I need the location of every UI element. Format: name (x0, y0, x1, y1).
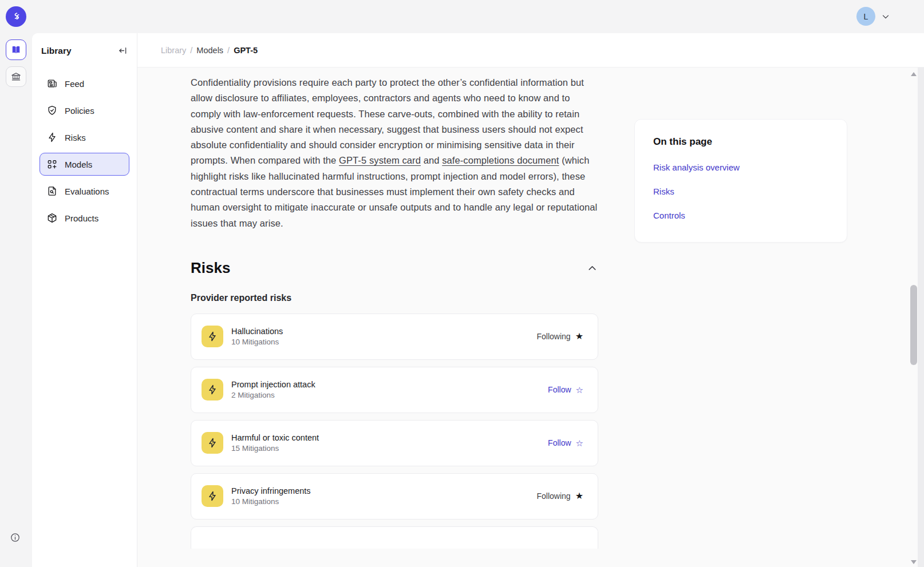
rail-library-button[interactable] (6, 39, 26, 60)
risk-icon-box (202, 379, 223, 401)
follow-toggle[interactable]: Following ★ (537, 491, 583, 501)
bank-icon (10, 71, 22, 82)
chevron-down-icon (880, 11, 891, 22)
risk-mitigations: 10 Mitigations (231, 338, 283, 346)
risk-title: Hallucinations (231, 327, 283, 336)
breadcrumb-separator: / (227, 46, 230, 55)
topbar: L (0, 0, 924, 33)
sidebar-item-risks[interactable]: Risks (40, 126, 129, 149)
page-content: Confidentiality provisions require each … (137, 68, 924, 567)
sidebar: Library Feed (32, 33, 137, 567)
star-icon[interactable]: ☆ (576, 386, 583, 394)
risk-title: Harmful or toxic content (231, 433, 319, 442)
follow-toggle[interactable]: Following ★ (537, 332, 583, 341)
gpt5-system-card-link[interactable]: GPT-5 system card (339, 155, 421, 165)
risk-card-harmful-content[interactable]: Harmful or toxic content 15 Mitigations … (191, 420, 598, 466)
book-icon (10, 44, 22, 55)
scroll-down-arrow[interactable] (911, 560, 917, 564)
risk-card-prompt-injection[interactable]: Prompt injection attack 2 Mitigations Fo… (191, 367, 598, 413)
star-icon[interactable]: ☆ (576, 439, 583, 447)
icon-rail (0, 33, 32, 567)
follow-label: Following (537, 332, 571, 341)
toc-link-controls[interactable]: Controls (653, 211, 828, 220)
follow-label: Follow (548, 438, 571, 447)
sidebar-title: Library (41, 46, 72, 56)
sidebar-item-label: Products (65, 213, 98, 223)
star-icon[interactable]: ★ (575, 332, 583, 341)
shield-check-icon (46, 105, 58, 116)
risk-title: Privacy infringements (231, 486, 311, 495)
sidebar-item-label: Feed (65, 79, 84, 89)
sidebar-item-label: Policies (65, 106, 94, 116)
sidebar-item-label: Evaluations (65, 187, 109, 196)
risk-mitigations: 10 Mitigations (231, 497, 311, 506)
lightning-icon (207, 384, 218, 395)
article: Confidentiality provisions require each … (191, 75, 598, 549)
toc-link-risks[interactable]: Risks (653, 187, 828, 196)
collapse-section-button[interactable] (586, 262, 598, 274)
toc-link-risk-analysis-overview[interactable]: Risk analysis overview (653, 162, 828, 172)
scroll-up-arrow[interactable] (911, 72, 917, 76)
sidebar-item-policies[interactable]: Policies (40, 99, 129, 122)
star-icon[interactable]: ★ (575, 491, 583, 501)
sidebar-collapse-button[interactable] (117, 45, 128, 56)
brand-logo-icon (10, 10, 22, 23)
sidebar-item-label: Risks (65, 133, 86, 142)
on-this-page-panel: On this page Risk analysis overview Risk… (634, 119, 847, 243)
breadcrumb-separator: / (190, 46, 192, 55)
follow-label: Following (537, 491, 571, 501)
sidebar-nav: Feed Policies Risks (32, 72, 137, 229)
paragraph-text: Confidentiality provisions require each … (191, 77, 584, 165)
info-button[interactable] (10, 532, 21, 543)
lightning-icon (207, 490, 218, 502)
follow-toggle[interactable]: Follow ☆ (548, 438, 583, 447)
scrollbar-thumb[interactable] (910, 285, 917, 365)
follow-toggle[interactable]: Follow ☆ (548, 385, 583, 394)
breadcrumb-current: GPT-5 (234, 46, 258, 55)
risk-mitigations: 15 Mitigations (231, 444, 319, 453)
main-area: Library / Models / GPT-5 Confidentiality… (137, 33, 924, 567)
grid-plus-icon (46, 158, 58, 170)
risk-mitigations: 2 Mitigations (231, 391, 315, 399)
sidebar-item-models[interactable]: Models (40, 153, 129, 176)
lightning-icon (207, 437, 218, 449)
user-menu[interactable]: L (856, 7, 891, 26)
breadcrumb: Library / Models / GPT-5 (161, 46, 258, 55)
avatar[interactable]: L (856, 7, 875, 26)
provider-reported-risks-title: Provider reported risks (191, 293, 598, 303)
risk-card-partial[interactable] (191, 526, 598, 549)
lightning-icon (207, 331, 218, 342)
sidebar-item-products[interactable]: Products (40, 207, 129, 229)
paragraph-text: (which highlight risks like hallucinated… (191, 155, 597, 228)
window-scrollbar-track (918, 68, 924, 567)
risks-section-title: Risks (191, 259, 230, 277)
feed-icon (46, 78, 58, 89)
sidebar-item-label: Models (65, 160, 92, 169)
follow-label: Follow (548, 385, 571, 394)
analysis-paragraph: Confidentiality provisions require each … (191, 75, 598, 231)
risk-icon-box (202, 326, 223, 347)
on-this-page-links: Risk analysis overview Risks Controls (653, 162, 828, 220)
breadcrumb-models[interactable]: Models (196, 46, 223, 55)
app-logo-button[interactable] (6, 6, 26, 27)
on-this-page-title: On this page (653, 136, 828, 148)
breadcrumb-bar: Library / Models / GPT-5 (137, 33, 924, 68)
risk-card-privacy[interactable]: Privacy infringements 10 Mitigations Fol… (191, 473, 598, 520)
info-icon (10, 532, 21, 543)
sidebar-item-feed[interactable]: Feed (40, 72, 129, 95)
paragraph-text: and (421, 155, 442, 165)
rail-governance-button[interactable] (6, 66, 26, 87)
breadcrumb-library[interactable]: Library (161, 46, 186, 55)
risks-section-header: Risks (191, 259, 598, 277)
risk-icon-box (202, 485, 223, 507)
chevron-up-icon (586, 262, 598, 274)
lightning-icon (46, 132, 58, 143)
package-icon (46, 212, 58, 224)
risk-card-list: Hallucinations 10 Mitigations Following … (191, 314, 598, 549)
risk-card-hallucinations[interactable]: Hallucinations 10 Mitigations Following … (191, 314, 598, 360)
document-search-icon (46, 185, 58, 197)
safe-completions-link[interactable]: safe-completions document (442, 155, 559, 165)
risk-title: Prompt injection attack (231, 380, 315, 389)
risk-icon-box (202, 432, 223, 454)
sidebar-item-evaluations[interactable]: Evaluations (40, 180, 129, 203)
